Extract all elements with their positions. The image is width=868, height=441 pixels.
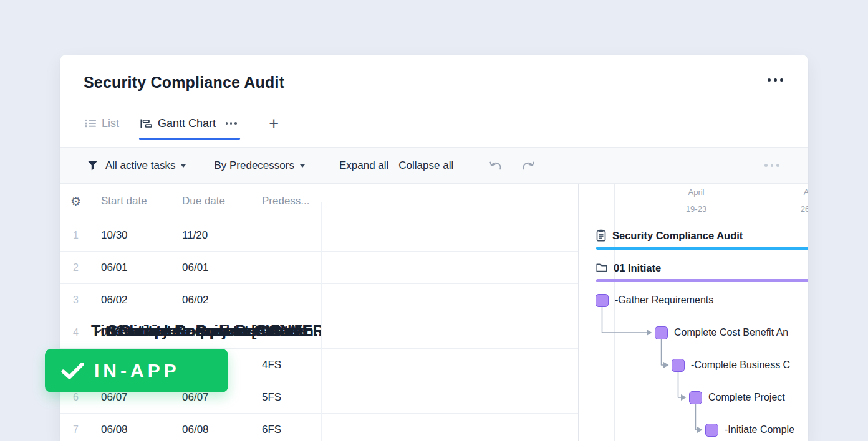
gantt-row: 01 Initiate [579, 252, 808, 284]
checkmark-icon [61, 362, 84, 380]
list-icon [85, 119, 96, 128]
task-bar[interactable] [689, 391, 702, 404]
timeline-week-label: 26 [781, 204, 808, 214]
toolbar-divider [322, 158, 322, 173]
group-by-dropdown[interactable]: By Predecessors [214, 159, 305, 172]
project-summary-bar[interactable] [596, 247, 808, 250]
gantt-row: -Complete Business C [579, 349, 808, 381]
tab-list-label: List [102, 117, 119, 130]
filter-icon[interactable] [87, 160, 98, 171]
gantt-body: Security Compliance Audit 01 Initiate -G… [579, 219, 808, 441]
window-menu-icon[interactable] [766, 78, 784, 82]
active-tasks-filter-label: All active tasks [105, 159, 175, 172]
gantt-item-label: Security Compliance Audit [612, 230, 743, 242]
gantt-item-label: Complete Cost Benefit An [674, 327, 788, 338]
tab-gantt-label: Gantt Chart [158, 117, 216, 130]
tab-gantt-chart[interactable]: Gantt Chart [140, 107, 238, 140]
page-background: Security Compliance Audit List Gantt Cha… [0, 0, 868, 441]
add-view-button[interactable]: + [269, 115, 279, 132]
gantt-row: Security Compliance Audit [579, 219, 808, 252]
task-bar[interactable] [705, 424, 718, 437]
active-tasks-filter[interactable]: All active tasks [105, 159, 186, 172]
task-title: Initiate Complete [CONVER... [119, 322, 322, 340]
chevron-down-icon [181, 164, 186, 168]
folder-icon [596, 263, 607, 272]
page-title: Security Compliance Audit [84, 74, 284, 92]
gantt-row: Complete Project [579, 381, 808, 414]
chevron-down-icon [300, 164, 305, 168]
task-bar[interactable] [672, 359, 685, 372]
gantt-row: -Initiate Comple [579, 414, 808, 441]
gantt-toolbar: All active tasks By Predecessors Expand … [60, 147, 808, 184]
timeline-week-label: 19-23 [652, 204, 741, 214]
in-app-badge: IN-APP [45, 349, 228, 392]
expand-all-button[interactable]: Expand all [339, 159, 388, 172]
gantt-item-label: -Gather Requirements [615, 295, 713, 306]
gantt-row: Complete Cost Benefit An [579, 316, 808, 349]
group-by-dropdown-label: By Predecessors [214, 159, 294, 172]
gantt-row: -Gather Requirements [579, 284, 808, 316]
undo-icon[interactable] [488, 159, 503, 172]
task-bar[interactable] [596, 294, 609, 307]
phase-summary-bar[interactable] [596, 279, 808, 282]
gantt-pane: April 19-23 A 26 [579, 184, 808, 441]
gantt-item-label: Complete Project [708, 392, 785, 403]
gantt-item-label: 01 Initiate [614, 262, 661, 274]
collapse-all-button[interactable]: Collapse all [398, 159, 453, 172]
task-bar[interactable] [655, 326, 668, 339]
gantt-item-label: -Initiate Comple [725, 424, 794, 435]
table-settings-icon[interactable] [70, 196, 81, 207]
view-tabs: List Gantt Chart + [85, 107, 279, 140]
badge-label: IN-APP [94, 360, 180, 381]
timeline-month-label: A [781, 187, 808, 197]
tab-list[interactable]: List [85, 107, 119, 140]
toolbar-more-icon[interactable] [763, 164, 781, 167]
gantt-view: Title Start date Due date Predess... 1 S… [60, 184, 808, 441]
table-row[interactable]: 7 Initiate Complete [CONVER... 06/08 06/… [60, 414, 578, 441]
timeline-header: April 19-23 A 26 [579, 184, 808, 219]
timeline-month-label: April [652, 187, 741, 197]
task-table: Title Start date Due date Predess... 1 S… [60, 184, 579, 441]
gantt-chart-icon [140, 119, 152, 128]
redo-icon[interactable] [521, 159, 536, 172]
gantt-item-label: -Complete Business C [691, 359, 790, 371]
tab-options-icon[interactable] [224, 122, 238, 125]
project-icon [596, 229, 606, 242]
